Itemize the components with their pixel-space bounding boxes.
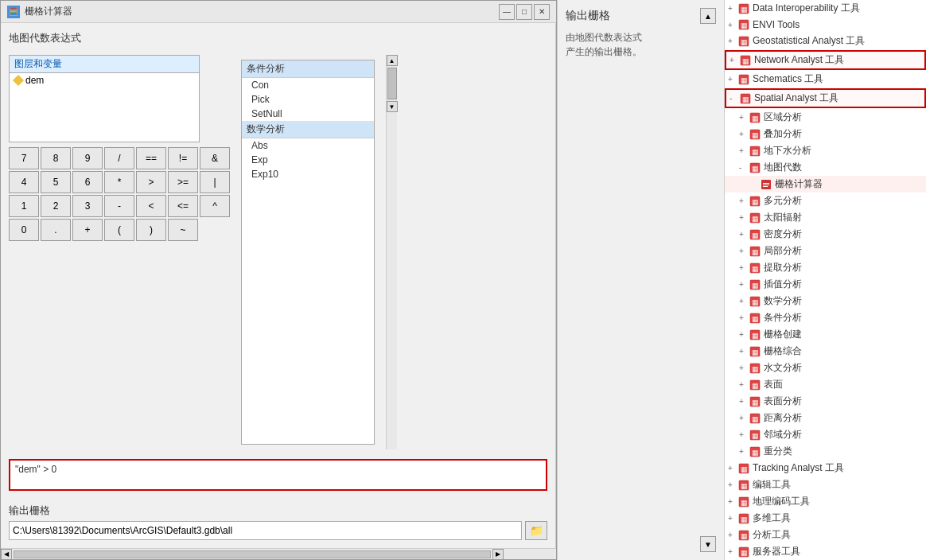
tree-item[interactable]: +▦编辑工具 [725, 476, 926, 493]
expression-box[interactable]: "dem" > 0 [9, 459, 547, 491]
tree-item[interactable]: +▦距离分析 [725, 410, 926, 426]
tree-expand-icon[interactable]: + [739, 113, 749, 122]
tree-item[interactable]: +▦多元分析 [725, 192, 926, 209]
scroll-right-arrow[interactable]: ▶ [492, 549, 504, 560]
scroll-up-arrow[interactable]: ▲ [387, 55, 398, 66]
btn-multiply[interactable]: * [104, 171, 134, 193]
tree-expand-icon[interactable]: + [728, 464, 737, 472]
tree-item[interactable]: 栅格计算器 [725, 176, 926, 192]
tree-expand-icon[interactable]: + [739, 297, 749, 305]
tree-item[interactable]: +▦数学分析 [725, 293, 926, 309]
tree-expand-icon[interactable]: + [728, 4, 737, 13]
tree-expand-icon[interactable]: + [739, 280, 749, 289]
tree-expand-icon[interactable]: + [728, 21, 737, 29]
minimize-button[interactable]: — [499, 4, 515, 20]
btn-neq[interactable]: != [168, 147, 198, 169]
tree-item[interactable]: +▦局部分析 [725, 243, 926, 259]
btn-lt[interactable]: < [136, 195, 166, 217]
tree-expand-icon[interactable]: + [728, 497, 737, 506]
btn-7[interactable]: 7 [9, 147, 39, 169]
tree-item[interactable]: +▦栅格综合 [725, 343, 926, 360]
tree-expand-icon[interactable]: + [739, 230, 749, 239]
btn-3[interactable]: 3 [72, 195, 103, 217]
tree-item[interactable]: +▦Schematics 工具 [725, 71, 926, 88]
info-scroll-up[interactable]: ▲ [700, 8, 716, 24]
tree-expand-icon[interactable]: + [739, 430, 749, 439]
vertical-scrollbar[interactable]: ▲ ▼ [386, 55, 397, 449]
tree-item[interactable]: +▦邻域分析 [725, 426, 926, 443]
tree-item[interactable]: +▦Tracking Analyst 工具 [725, 460, 926, 476]
btn-plus[interactable]: + [72, 219, 103, 241]
tree-item[interactable]: -▦地图代数 [725, 159, 926, 176]
btn-or[interactable]: | [200, 171, 230, 193]
btn-8[interactable]: 8 [41, 147, 71, 169]
tree-item[interactable]: +▦Geostatistical Analyst 工具 [725, 33, 926, 49]
tree-expand-icon[interactable]: + [739, 247, 749, 255]
tree-expand-icon[interactable]: + [730, 56, 739, 64]
tree-item[interactable]: +▦叠加分析 [725, 126, 926, 142]
tree-expand-icon[interactable]: + [739, 213, 749, 222]
tree-expand-icon[interactable]: + [739, 447, 749, 456]
tree-item[interactable]: +▦重分类 [725, 443, 926, 460]
function-pick[interactable]: Pick [242, 92, 374, 107]
tree-expand-icon[interactable]: - [739, 163, 749, 172]
tree-expand-icon[interactable]: + [728, 547, 737, 556]
btn-rparen[interactable]: ) [136, 219, 166, 241]
function-abs[interactable]: Abs [242, 138, 374, 153]
btn-lte[interactable]: <= [168, 195, 198, 217]
maximize-button[interactable]: □ [516, 4, 532, 20]
tree-item[interactable]: +▦多维工具 [725, 510, 926, 527]
btn-divide[interactable]: / [104, 147, 134, 169]
btn-2[interactable]: 2 [41, 195, 71, 217]
btn-tilde[interactable]: ~ [168, 219, 198, 241]
tree-item[interactable]: +▦区域分析 [725, 109, 926, 126]
tree-expand-icon[interactable]: + [739, 414, 749, 422]
function-setnull[interactable]: SetNull [242, 107, 374, 121]
tree-expand-icon[interactable]: + [739, 263, 749, 272]
tree-expand-icon[interactable]: - [730, 94, 739, 103]
tree-expand-icon[interactable]: + [739, 330, 749, 339]
function-con[interactable]: Con [242, 78, 374, 92]
btn-lparen[interactable]: ( [104, 219, 134, 241]
close-button[interactable]: ✕ [534, 4, 550, 20]
tree-expand-icon[interactable]: + [739, 146, 749, 155]
tree-item[interactable]: +▦插值分析 [725, 276, 926, 293]
btn-and[interactable]: & [200, 147, 230, 169]
tree-expand-icon[interactable]: + [728, 514, 737, 523]
function-list[interactable]: 条件分析 Con Pick SetNull 数学分析 Abs Exp [241, 60, 375, 445]
tree-item[interactable]: +▦密度分析 [725, 226, 926, 243]
btn-5[interactable]: 5 [41, 171, 71, 193]
tree-item[interactable]: +▦水文分析 [725, 360, 926, 376]
tree-item[interactable]: +▦表面分析 [725, 393, 926, 410]
btn-4[interactable]: 4 [9, 171, 39, 193]
btn-dot[interactable]: . [41, 219, 71, 241]
tree-expand-icon[interactable]: + [739, 397, 749, 406]
tree-expand-icon[interactable]: + [728, 37, 737, 45]
tree-item[interactable]: +▦条件分析 [725, 309, 926, 326]
tree-expand-icon[interactable]: + [739, 196, 749, 205]
btn-xor[interactable]: ^ [200, 195, 230, 217]
tree-panel[interactable]: +▦Data Interoperability 工具+▦ENVI Tools+▦… [724, 0, 926, 560]
tree-expand-icon[interactable]: + [739, 364, 749, 372]
function-exp[interactable]: Exp [242, 153, 374, 167]
tree-item[interactable]: +▦表面 [725, 376, 926, 393]
tree-item[interactable]: +▦服务器工具 [725, 543, 926, 560]
bottom-scrollbar[interactable]: ◀ ▶ [1, 548, 556, 559]
scroll-left-arrow[interactable]: ◀ [1, 549, 12, 560]
tree-expand-icon[interactable]: + [728, 480, 737, 489]
tree-expand-icon[interactable]: + [739, 347, 749, 356]
tree-item[interactable]: +▦地理编码工具 [725, 493, 926, 510]
btn-eq[interactable]: == [136, 147, 166, 169]
layers-box[interactable]: 图层和变量 dem [9, 55, 200, 142]
bottom-scroll-thumb[interactable] [14, 550, 491, 558]
tree-item[interactable]: +▦太阳辐射 [725, 209, 926, 226]
info-scroll-down[interactable]: ▼ [700, 536, 716, 552]
btn-gte[interactable]: >= [168, 171, 198, 193]
tree-item[interactable]: +▦ENVI Tools [725, 17, 926, 33]
tree-item[interactable]: +▦地下水分析 [725, 142, 926, 159]
tree-expand-icon[interactable]: + [739, 313, 749, 322]
tree-item[interactable]: +▦提取分析 [725, 259, 926, 276]
btn-gt[interactable]: > [136, 171, 166, 193]
tree-expand-icon[interactable]: + [739, 130, 749, 138]
tree-item[interactable]: -▦Spatial Analyst 工具 [725, 88, 926, 108]
